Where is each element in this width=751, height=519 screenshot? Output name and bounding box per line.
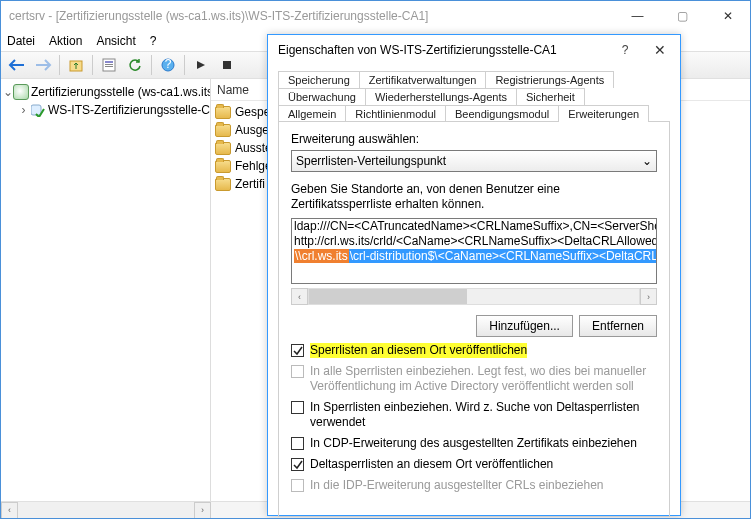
checkbox-label: Deltasperrlisten an diesem Ort veröffent… <box>310 457 553 472</box>
checkbox-include-cdp[interactable]: In CDP-Erweiterung des ausgestellten Zer… <box>291 436 657 451</box>
tree-ca-label: WS-ITS-Zertifizierungsstelle-C <box>48 103 210 117</box>
folder-icon <box>215 160 231 173</box>
svg-text:?: ? <box>165 58 172 71</box>
maximize-button[interactable]: ▢ <box>660 1 705 31</box>
column-name: Name <box>217 83 249 97</box>
ca-ok-icon <box>30 102 46 118</box>
svg-rect-4 <box>105 66 113 67</box>
refresh-button[interactable] <box>123 54 147 76</box>
dialog-help-button[interactable]: ? <box>610 43 640 57</box>
checkbox-include-idp: In die IDP-Erweiterung ausgestellter CRL… <box>291 478 657 493</box>
extensions-panel: Erweiterung auswählen: Sperrlisten-Verte… <box>278 121 670 517</box>
tree-root[interactable]: ⌄ Zertifizierungsstelle (ws-ca1.ws.its <box>1 83 210 101</box>
checkbox-icon <box>291 365 304 378</box>
checkbox-label: In Sperrlisten einbeziehen. Wird z. Such… <box>310 400 657 430</box>
chevron-down-icon: ⌄ <box>642 154 652 168</box>
tab-general[interactable]: Allgemein <box>278 105 346 122</box>
titlebar: certsrv - [Zertifizierungsstelle (ws-ca1… <box>1 1 750 31</box>
checkbox-icon <box>291 437 304 450</box>
main-window: certsrv - [Zertifizierungsstelle (ws-ca1… <box>0 0 751 519</box>
tree-root-label: Zertifizierungsstelle (ws-ca1.ws.its <box>31 85 211 99</box>
checkbox-include-crl[interactable]: In Sperrlisten einbeziehen. Wird z. Such… <box>291 400 657 430</box>
close-button[interactable]: ✕ <box>705 1 750 31</box>
add-button[interactable]: Hinzufügen... <box>476 315 573 337</box>
menu-action[interactable]: Aktion <box>49 34 82 48</box>
checkbox-icon <box>291 401 304 414</box>
svg-rect-2 <box>105 61 113 63</box>
properties-button[interactable] <box>97 54 121 76</box>
tab-recovery-agents[interactable]: Wiederherstellungs-Agents <box>366 88 517 105</box>
window-title: certsrv - [Zertifizierungsstelle (ws-ca1… <box>9 9 615 23</box>
folder-icon <box>215 106 231 119</box>
checkbox-publish-delta[interactable]: Deltasperrlisten an diesem Ort veröffent… <box>291 457 657 472</box>
listbox-entry-selected[interactable]: \\crl.ws.its\crl-distribution$\<CaName><… <box>292 249 656 264</box>
dialog-close-button[interactable]: ✕ <box>640 42 680 58</box>
extension-select[interactable]: Sperrlisten-Verteilungspunkt ⌄ <box>291 150 657 172</box>
stop-button[interactable] <box>215 54 239 76</box>
checkbox-icon <box>291 479 304 492</box>
remove-button[interactable]: Entfernen <box>579 315 657 337</box>
locations-listbox[interactable]: ldap:///CN=<CATruncatedName><CRLNameSuff… <box>291 218 657 284</box>
description-text: Geben Sie Standorte an, von denen Benutz… <box>291 182 657 212</box>
tab-auditing[interactable]: Überwachung <box>278 88 366 105</box>
tab-security[interactable]: Sicherheit <box>517 88 585 105</box>
play-button[interactable] <box>189 54 213 76</box>
listbox-hscroll[interactable]: ‹› <box>291 288 657 305</box>
checkbox-label: In die IDP-Erweiterung ausgestellter CRL… <box>310 478 604 493</box>
tree-scrollbar[interactable]: ‹› <box>1 502 211 518</box>
help-button[interactable]: ? <box>156 54 180 76</box>
folder-icon <box>215 142 231 155</box>
checkbox-publish-crl[interactable]: Sperrlisten an diesem Ort veröffentliche… <box>291 343 657 358</box>
menu-file[interactable]: Datei <box>7 34 35 48</box>
tab-storage[interactable]: Speicherung <box>278 71 360 88</box>
tab-exit-module[interactable]: Beendigungsmodul <box>446 105 559 122</box>
menu-help[interactable]: ? <box>150 34 157 48</box>
menu-view[interactable]: Ansicht <box>96 34 135 48</box>
listbox-entry[interactable]: http://crl.ws.its/crld/<CaName><CRLNameS… <box>292 234 656 249</box>
tab-extensions[interactable]: Erweiterungen <box>559 105 649 122</box>
dialog-title: Eigenschaften von WS-ITS-Zertifizierungs… <box>278 43 610 57</box>
extension-label: Erweiterung auswählen: <box>291 132 657 146</box>
svg-rect-8 <box>31 105 41 115</box>
tree-ca-node[interactable]: › WS-ITS-Zertifizierungsstelle-C <box>1 101 210 119</box>
minimize-button[interactable]: — <box>615 1 660 31</box>
back-button[interactable] <box>5 54 29 76</box>
svg-rect-7 <box>223 61 231 69</box>
tab-enrollment-agents[interactable]: Registrierungs-Agents <box>486 71 614 88</box>
tab-cert-managers[interactable]: Zertifikatverwaltungen <box>360 71 487 88</box>
checkbox-label: In alle Sperrlisten einbeziehen. Legt fe… <box>310 364 657 394</box>
tree-pane: ⌄ Zertifizierungsstelle (ws-ca1.ws.its ›… <box>1 79 211 501</box>
folder-icon <box>215 124 231 137</box>
up-button[interactable] <box>64 54 88 76</box>
checkbox-include-all: In alle Sperrlisten einbeziehen. Legt fe… <box>291 364 657 394</box>
properties-dialog: Eigenschaften von WS-ITS-Zertifizierungs… <box>267 34 681 516</box>
checkbox-icon <box>291 344 304 357</box>
checkbox-icon <box>291 458 304 471</box>
tab-policy-module[interactable]: Richtlinienmodul <box>346 105 446 122</box>
checkbox-label: In CDP-Erweiterung des ausgestellten Zer… <box>310 436 637 451</box>
extension-select-value: Sperrlisten-Verteilungspunkt <box>296 154 446 168</box>
folder-icon <box>215 178 231 191</box>
forward-button[interactable] <box>31 54 55 76</box>
listbox-entry[interactable]: ldap:///CN=<CATruncatedName><CRLNameSuff… <box>292 219 656 234</box>
svg-rect-3 <box>105 64 113 65</box>
checkbox-label: Sperrlisten an diesem Ort veröffentliche… <box>310 343 527 358</box>
